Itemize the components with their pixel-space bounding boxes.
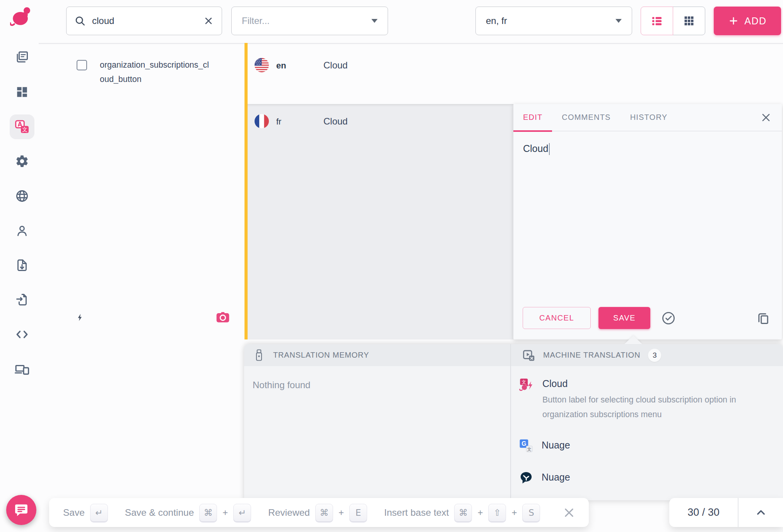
shortcut-label: Save — [63, 507, 85, 518]
key-separator: + — [477, 507, 483, 518]
chat-fab-button[interactable] — [6, 495, 36, 525]
languages-value: en, fr — [486, 15, 615, 26]
svg-text:文: 文 — [521, 379, 526, 385]
sidebar-item-export[interactable] — [10, 253, 34, 278]
lightning-icon — [76, 312, 84, 322]
shortcut-save-continue[interactable]: Save & continue ⌘ + ↵ — [125, 504, 251, 522]
shortcut-insert-base-text[interactable]: Insert base text ⌘ + ⇧ + S — [384, 504, 540, 522]
tools-panel-pointer — [624, 336, 642, 344]
tolgee-mouse-logo[interactable] — [10, 5, 32, 28]
deepl-icon — [519, 471, 533, 485]
shortcut-label: Reviewed — [268, 507, 310, 518]
us-flag-icon — [255, 58, 269, 72]
shortcut-reviewed[interactable]: Reviewed ⌘ + E — [268, 504, 367, 522]
tab-comments[interactable]: COMMENTS — [552, 104, 620, 131]
dashboard-icon — [15, 85, 29, 99]
person-icon — [15, 224, 29, 238]
languages-select[interactable]: en, fr — [475, 7, 632, 35]
add-button-label: ADD — [744, 15, 766, 27]
collapse-button[interactable] — [739, 507, 783, 518]
key-checkbox[interactable] — [77, 60, 87, 70]
grid-view-icon — [683, 15, 695, 27]
search-icon — [74, 15, 86, 27]
cancel-button[interactable]: CANCEL — [523, 307, 591, 329]
camera-icon[interactable] — [216, 310, 230, 323]
clear-search-icon[interactable] — [203, 15, 214, 26]
mark-reviewed-button[interactable] — [661, 311, 676, 326]
sidebar-item-members[interactable] — [10, 218, 34, 243]
sidebar-item-languages[interactable] — [10, 184, 34, 208]
mt-suggestion-text: Nuage — [542, 440, 570, 453]
tools-column-divider — [510, 344, 511, 500]
key-name[interactable]: organization_subscriptions_cloud_button — [100, 58, 210, 87]
text-cursor — [549, 143, 550, 155]
key-cmd: ⌘ — [454, 504, 472, 522]
close-icon[interactable] — [760, 112, 772, 123]
devices-icon — [15, 362, 29, 377]
mt-suggestion-tolgee[interactable]: 文 Cloud Button label for selecting cloud… — [519, 378, 753, 422]
translation-memory-header: TRANSLATION MEMORY — [244, 349, 510, 361]
translation-memory-title: TRANSLATION MEMORY — [273, 351, 369, 360]
sidebar-item-translations[interactable]: A 文 — [10, 114, 34, 139]
filter-input[interactable] — [242, 15, 371, 26]
machine-translation-icon — [522, 349, 535, 362]
check-circle-icon — [661, 311, 676, 326]
filter-select[interactable] — [231, 7, 388, 35]
translation-editor-panel: EDIT COMMENTS HISTORY Cloud CANCEL SAVE — [513, 104, 782, 339]
sidebar-item-projects[interactable] — [10, 45, 34, 70]
globe-icon — [15, 189, 29, 203]
google-translate-icon: G 文 — [519, 439, 533, 453]
key-separator: + — [339, 507, 344, 518]
tab-edit[interactable]: EDIT — [513, 104, 552, 131]
translation-cell-fr[interactable]: Cloud — [323, 116, 348, 127]
key-shift: ⇧ — [488, 504, 506, 522]
lang-tag-fr: fr — [276, 117, 281, 127]
key-s: S — [522, 504, 540, 522]
machine-translation-title: MACHINE TRANSLATION — [543, 351, 640, 360]
editor-actions: CANCEL SAVE — [523, 307, 770, 329]
search-input[interactable] — [92, 15, 197, 26]
mt-suggestion-text: Cloud — [542, 378, 753, 389]
sidebar-item-dashboard[interactable] — [10, 80, 34, 104]
copy-icon — [756, 311, 770, 325]
shortcut-save[interactable]: Save ↵ — [63, 504, 108, 522]
fr-flag-icon — [255, 114, 269, 128]
tolgee-ai-icon: 文 — [519, 377, 534, 422]
translation-row-fr[interactable]: fr Cloud — [248, 104, 513, 339]
translation-cell-en[interactable]: Cloud — [323, 60, 348, 71]
grid-view-toggle[interactable] — [673, 7, 705, 35]
machine-translation-count-badge: 3 — [648, 349, 661, 362]
lang-tag-en: en — [276, 61, 286, 71]
flash-drive-icon — [254, 349, 264, 361]
copy-button[interactable] — [756, 311, 770, 325]
translation-memory-empty-text: Nothing found — [253, 380, 310, 390]
list-view-toggle[interactable] — [641, 7, 673, 35]
editor-tabs: EDIT COMMENTS HISTORY — [513, 104, 782, 131]
sidebar-item-devices[interactable] — [10, 357, 34, 382]
translation-textarea[interactable]: Cloud — [513, 131, 782, 167]
plus-icon — [728, 15, 739, 26]
mt-suggestion-description: Button label for selecting cloud subscri… — [542, 392, 753, 422]
machine-translation-header: MACHINE TRANSLATION 3 — [510, 349, 783, 362]
mt-suggestion-google[interactable]: G 文 Nuage — [519, 440, 570, 453]
save-button[interactable]: SAVE — [598, 307, 650, 329]
highlight-bar — [244, 43, 248, 339]
key-return: ↵ — [90, 504, 108, 522]
sidebar-item-settings[interactable] — [10, 149, 34, 174]
svg-text:文: 文 — [22, 126, 27, 133]
chevron-up-icon — [756, 507, 766, 518]
search-box[interactable] — [66, 7, 222, 35]
chevron-down-icon — [371, 19, 378, 23]
svg-text:文: 文 — [527, 447, 531, 452]
mt-suggestion-deepl[interactable]: Nuage — [519, 472, 570, 485]
tab-history[interactable]: HISTORY — [621, 104, 677, 131]
translations-screen: A 文 — [0, 0, 783, 532]
close-icon[interactable] — [562, 506, 576, 519]
shortcuts-bar: Save ↵ Save & continue ⌘ + ↵ Reviewed ⌘ … — [49, 498, 589, 527]
sidebar-item-integrate[interactable] — [10, 322, 34, 347]
add-key-button[interactable]: ADD — [714, 7, 781, 35]
sidebar-item-import[interactable] — [10, 287, 34, 312]
tools-header: TRANSLATION MEMORY MACHINE TRANSLATION 3 — [244, 344, 783, 366]
key-cmd: ⌘ — [199, 504, 217, 522]
view-toggle-group — [641, 7, 705, 35]
